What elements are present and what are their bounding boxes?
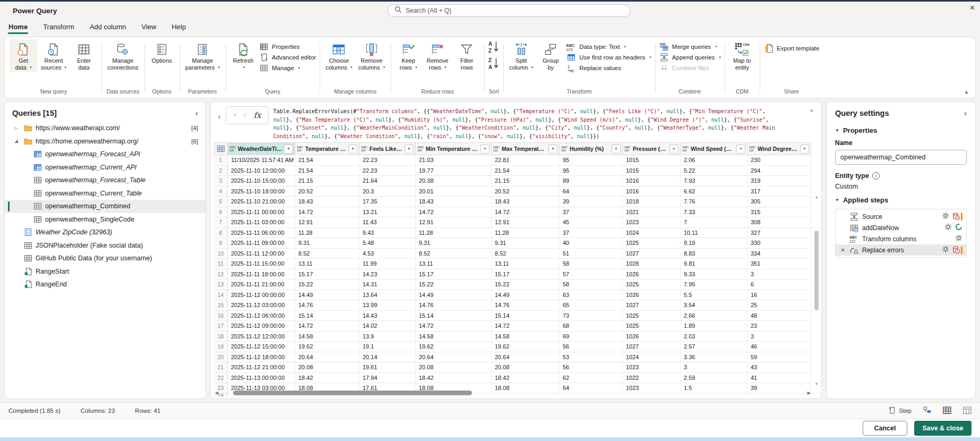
table-cell[interactable]: 2.59	[681, 373, 747, 384]
scroll-left-arrow-icon[interactable]: ◀	[215, 391, 218, 395]
table-cell[interactable]: 5.5	[681, 290, 747, 301]
table-cell[interactable]: 37	[560, 228, 623, 239]
table-cell[interactable]: 2025-11-12 15:00:00	[228, 342, 295, 352]
table-cell[interactable]: 2.03	[681, 332, 747, 342]
properties-section-header[interactable]: ▼ Properties	[835, 126, 967, 134]
formula-cancel-icon[interactable]: ×	[233, 112, 237, 119]
applied-step-source[interactable]: Source	[836, 211, 966, 222]
filter-rows-button[interactable]: Filterrows	[453, 39, 480, 72]
table-cell[interactable]: 2025-11-11 12:00:00	[228, 249, 295, 259]
table-cell[interactable]: 3.36	[681, 352, 747, 363]
column-filter-button[interactable]: ▼	[669, 145, 678, 154]
table-cell[interactable]: 1025	[623, 321, 681, 332]
save-and-close-button[interactable]: Save & close	[914, 421, 972, 436]
column-header-feels-like-c[interactable]: ABC123Feels Like (°C)▼	[359, 142, 416, 155]
table-cell[interactable]: 14.72	[492, 207, 560, 218]
table-cell[interactable]: 17.94	[359, 373, 416, 384]
merge-queries-button[interactable]: Merge queries▾	[659, 43, 721, 51]
table-cell[interactable]: 6	[747, 279, 811, 290]
table-cell[interactable]: 1027	[623, 342, 681, 352]
query-item-https-www-weatherapi-com[interactable]: ▷https://www.weatherapi.com/[4]	[5, 122, 205, 135]
table-cell[interactable]: 14.49	[416, 290, 492, 301]
table-cell[interactable]: 19.1	[359, 342, 416, 352]
table-cell[interactable]: 9.43	[359, 228, 416, 239]
query-item-rangestart[interactable]: RangeStart	[5, 265, 205, 278]
applied-step-adddatenow[interactable]: addDateNow	[836, 222, 966, 233]
table-cell[interactable]: 22.81	[492, 155, 560, 166]
step-settings-gear-icon[interactable]	[942, 245, 949, 255]
query-item-openweathermap-current-table[interactable]: openweathermap_Current_Table	[5, 187, 205, 200]
column-filter-button[interactable]: ▼	[348, 145, 357, 154]
column-header-weatherdatetime[interactable]: ABC123WeatherDateTime▼	[228, 142, 295, 155]
table-cell[interactable]: 319	[747, 176, 811, 186]
table-cell[interactable]: 14.72	[416, 207, 492, 218]
table-cell[interactable]: 53	[560, 352, 623, 363]
table-cell[interactable]: 2.57	[681, 342, 747, 352]
cancel-button[interactable]: Cancel	[863, 421, 907, 436]
formula-input[interactable]: Table.ReplaceErrorValues(#"Transform col…	[273, 106, 805, 140]
table-cell[interactable]: 7.95	[681, 279, 747, 290]
table-cell[interactable]: 2025-11-12 18:00:00	[228, 352, 295, 363]
table-cell[interactable]: 20.14	[359, 352, 416, 363]
table-cell[interactable]: 56	[560, 362, 623, 373]
table-cell[interactable]: 305	[747, 197, 811, 207]
table-cell[interactable]: 20.08	[492, 362, 560, 373]
table-cell[interactable]: 2025-11-11 03:00:00	[228, 217, 295, 228]
table-cell[interactable]: 21.03	[416, 155, 492, 166]
get-data-button[interactable]: Getdata ▾	[10, 39, 37, 72]
table-cell[interactable]: 1025	[623, 238, 681, 249]
table-cell[interactable]: 19.61	[359, 362, 416, 373]
table-cell[interactable]: 2.06	[681, 155, 747, 166]
append-queries-button[interactable]: Append queries▾	[659, 53, 721, 62]
table-cell[interactable]: 317	[747, 186, 811, 197]
table-cell[interactable]: 39	[560, 197, 623, 207]
table-cell[interactable]: 1028	[623, 259, 681, 269]
table-cell[interactable]: 15.14	[416, 311, 492, 321]
table-cell[interactable]: 1022	[623, 373, 681, 384]
table-cell[interactable]: 14.72	[295, 207, 359, 218]
advanced-editor-button[interactable]: Advanced editor	[259, 53, 316, 62]
table-cell[interactable]: 95	[560, 155, 623, 166]
table-cell[interactable]: 20.64	[295, 352, 359, 363]
remove-columns-button[interactable]: Removecolumns ▾	[356, 39, 388, 72]
table-cell[interactable]: 40	[560, 238, 623, 249]
table-cell[interactable]: 11.28	[416, 228, 492, 239]
table-cell[interactable]: 21.54	[295, 166, 359, 176]
table-cell[interactable]: 21.54	[492, 166, 560, 176]
table-cell[interactable]: 2025-11-12 03:00:00	[228, 300, 295, 311]
column-header-humidity[interactable]: ABC123Humidity (%)▼	[560, 142, 623, 155]
table-cell[interactable]: 2025-11-13 00:00:00	[228, 373, 295, 384]
table-cell[interactable]: 7.93	[681, 176, 747, 186]
query-item-jsonplaceholder-fake-social-data[interactable]: JSONPlaceholder (Fake social data)	[5, 239, 205, 252]
table-cell[interactable]: 58	[560, 259, 623, 269]
table-cell[interactable]: 21.54	[295, 155, 359, 166]
data-type-button[interactable]: ABC123Data type: Text▾	[566, 43, 651, 51]
table-cell[interactable]: 9.31	[492, 238, 560, 249]
table-cell[interactable]: 18.43	[492, 197, 560, 207]
table-cell[interactable]: 9.31	[416, 238, 492, 249]
scroll-down-arrow-icon[interactable]: ▼	[815, 381, 819, 387]
table-cell[interactable]: 13.11	[295, 259, 359, 269]
horizontal-scroll-thumb[interactable]	[233, 391, 472, 395]
table-cell[interactable]: 2025-11-11 18:00:00	[228, 269, 295, 280]
table-cell[interactable]: 315	[747, 207, 811, 218]
manage-button[interactable]: Manage▾	[259, 64, 316, 72]
table-cell[interactable]: 13.11	[492, 259, 560, 269]
table-cell[interactable]: 2025-11-12 09:00:00	[228, 321, 295, 332]
table-cell[interactable]: 64	[560, 186, 623, 197]
table-cell[interactable]: 9.33	[681, 269, 747, 280]
table-cell[interactable]: 62	[560, 373, 623, 384]
column-filter-button[interactable]: ▼	[480, 145, 489, 154]
table-cell[interactable]: 2025-11-11 00:00:00	[228, 207, 295, 218]
table-cell[interactable]: 14.49	[492, 290, 560, 301]
table-cell[interactable]: 7.76	[681, 197, 747, 207]
table-cell[interactable]: 45	[560, 217, 623, 228]
sort-descending-button[interactable]: ZA	[488, 56, 500, 71]
applied-steps-section-header[interactable]: ▼ Applied steps	[835, 196, 967, 204]
column-view-button[interactable]	[963, 406, 972, 415]
applied-step-transform-columns[interactable]: ABC123Transform columns	[836, 233, 966, 244]
table-cell[interactable]: 95	[560, 166, 623, 176]
query-item-openweathermap-forecast-table[interactable]: openweathermap_Forecast_Table	[5, 174, 205, 187]
remove-rows-button[interactable]: Removerows ▾	[424, 39, 451, 72]
table-cell[interactable]: 11.99	[359, 259, 416, 269]
